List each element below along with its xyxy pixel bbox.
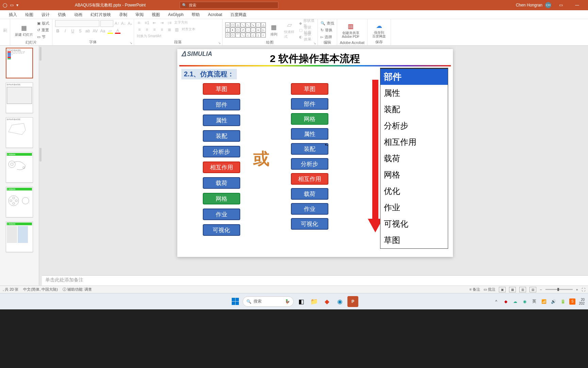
line-spacing-icon[interactable]: ↕≡ (167, 20, 172, 26)
avatar[interactable]: CH (545, 2, 551, 8)
slideshow-view-icon[interactable]: ▤ (529, 287, 536, 292)
wifi-icon[interactable]: 📶 (541, 298, 547, 305)
decrease-font-icon[interactable]: A↓ (121, 21, 126, 26)
font-family-input[interactable] (55, 20, 99, 27)
section-button[interactable]: ▭节 (37, 34, 49, 40)
spacing-icon[interactable]: AV (93, 28, 98, 34)
zoom-out-icon[interactable]: − (540, 288, 542, 292)
reading-view-icon[interactable]: ▥ (519, 287, 526, 292)
thumbnail-4[interactable]: 1 草图绘制 (6, 152, 33, 183)
shape-effects-button[interactable]: ◐形状效果 (299, 34, 315, 40)
thumbnail-5[interactable]: 1 草图绘制 (6, 187, 33, 217)
qat-more-icon[interactable]: ▾ (16, 3, 18, 7)
tray-app2-icon[interactable]: ◉ (522, 298, 528, 305)
edge-icon[interactable]: ◉ (334, 296, 345, 307)
accessibility[interactable]: ⓘ 辅助功能: 调查 (63, 287, 92, 292)
tab-insert[interactable]: 插入 (5, 10, 21, 19)
indent-dec-icon[interactable]: ⇤ (152, 20, 157, 26)
zoom-slider[interactable] (545, 289, 573, 290)
indent-inc-icon[interactable]: ⇥ (159, 20, 165, 26)
explorer-icon[interactable]: 📁 (309, 296, 320, 307)
pane-splitter[interactable] (39, 46, 42, 286)
battery-icon[interactable]: 🔋 (560, 298, 566, 305)
comments-button[interactable]: ▭ 批注 (484, 287, 495, 292)
layout-button[interactable]: ▣版式 (37, 20, 49, 26)
save-baidu-button[interactable]: ☁ 保存到百度网盘 (370, 21, 388, 39)
onedrive-icon[interactable]: ☁ (512, 298, 518, 305)
align-left-icon[interactable]: ≡ (137, 27, 142, 32)
tab-design[interactable]: 设计 (37, 10, 54, 19)
minimize-icon[interactable]: — (570, 3, 584, 7)
arrange-button[interactable]: ▦排列 (268, 22, 280, 37)
bold-icon[interactable]: B (55, 28, 61, 34)
increase-font-icon[interactable]: A↑ (114, 21, 120, 26)
splitter-handle-icon[interactable] (39, 148, 42, 162)
font-size-input[interactable] (100, 20, 113, 27)
select-button[interactable]: ▻选择 (321, 34, 334, 40)
thumbnail-3[interactable]: 软件操作基本流程 (6, 117, 33, 148)
format-painter-icon[interactable]: 刷 (3, 28, 7, 33)
ribbon-display-icon[interactable]: ▭ (554, 3, 568, 7)
justify-icon[interactable]: ≡ (159, 27, 165, 32)
start-button[interactable] (230, 296, 241, 307)
underline-icon[interactable]: U (70, 28, 76, 34)
align-center-icon[interactable]: ≡ (144, 27, 150, 32)
fit-window-icon[interactable]: ⛶ (582, 288, 585, 292)
taskview-icon[interactable]: ◧ (296, 296, 307, 307)
tab-draw[interactable]: 绘图 (21, 10, 37, 19)
search-box[interactable]: 🔍 搜索 (180, 2, 278, 9)
tab-axglyph[interactable]: AxGlyph (164, 10, 187, 19)
ime-icon[interactable]: 英 (531, 298, 537, 305)
thumbnail-1[interactable]: 软件操作基本流程属性 装配 分析步 相互作用 载荷 网格 优化 作业 可视化 草… (6, 48, 33, 78)
normal-view-icon[interactable]: ▣ (499, 287, 506, 292)
draw-launcher-icon[interactable]: ↘ (313, 42, 316, 45)
powerpoint-icon[interactable]: P (347, 296, 358, 307)
chevron-up-icon[interactable]: ^ (493, 298, 499, 305)
para-launcher-icon[interactable]: ↘ (218, 41, 221, 45)
tab-record[interactable]: 录制 (115, 10, 131, 19)
tray-app-icon[interactable]: ◆ (503, 298, 509, 305)
notes-pane[interactable]: 单击此处添加备注 (42, 275, 588, 286)
reset-button[interactable]: ↺重置 (37, 27, 49, 33)
app-icon[interactable]: ◆ (322, 296, 332, 307)
text-direction-button[interactable]: 文字方向 (174, 20, 188, 26)
strike-icon[interactable]: S (78, 28, 83, 34)
tab-view[interactable]: 视图 (148, 10, 164, 19)
find-button[interactable]: 🔍查找 (321, 20, 334, 26)
thumbnail-pane[interactable]: 软件操作基本流程属性 装配 分析步 相互作用 载荷 网格 优化 作业 可视化 草… (0, 46, 39, 286)
clear-format-icon[interactable]: Aₓ (127, 21, 133, 26)
sorter-view-icon[interactable]: ▦ (509, 287, 516, 292)
tab-review[interactable]: 审阅 (131, 10, 148, 19)
tab-acrobat[interactable]: Acrobat (204, 10, 226, 19)
shadow-icon[interactable]: ab (85, 28, 91, 34)
highlight-icon[interactable]: ▱ (108, 28, 113, 34)
shape-gallery[interactable]: ▭▢△＼＼↘○△ {✦⬡↗→↔⇒▷ ⬠⬡⌒＼({}✧ (225, 22, 266, 37)
thumbnail-2[interactable]: 软件操作基本流程 (6, 82, 33, 113)
splitter-handle-icon[interactable] (39, 47, 42, 61)
align-right-icon[interactable]: ≡ (152, 27, 157, 32)
sogou-icon[interactable]: S (569, 298, 575, 305)
font-launcher-icon[interactable]: ↘ (130, 41, 132, 45)
bullets-icon[interactable]: ≡· (137, 20, 142, 26)
language[interactable]: 中文(简体, 中国大陆) (23, 287, 58, 292)
slide[interactable]: ᐃSIMULIA 2 软件操作基本流程 2.1、仿真流程： 草图部件属性装配分析… (177, 49, 453, 257)
taskbar-search[interactable]: 🔍搜索🦆 (243, 296, 294, 307)
replace-button[interactable]: ↻替换 (321, 27, 334, 33)
tab-transitions[interactable]: 切换 (54, 10, 70, 19)
align-text-button[interactable]: 对齐文本 (182, 27, 195, 32)
font-color-icon[interactable]: A (115, 28, 120, 34)
slide-canvas[interactable]: ᐃSIMULIA 2 软件操作基本流程 2.1、仿真流程： 草图部件属性装配分析… (42, 46, 588, 275)
presentation-icon[interactable]: ▭ (10, 3, 14, 7)
tab-baidu[interactable]: 百度网盘 (226, 10, 251, 19)
volume-icon[interactable]: 🔊 (550, 298, 556, 305)
columns-icon[interactable]: ▥ (174, 27, 180, 32)
italic-icon[interactable]: I (63, 28, 68, 34)
numbering-icon[interactable]: ≡1 (144, 20, 150, 26)
smartart-button[interactable]: 转换为 SmartArt (137, 34, 161, 39)
create-share-pdf-button[interactable]: ▥ 创建并共享Adobe PDF (340, 21, 362, 39)
tab-animations[interactable]: 动画 (70, 10, 86, 19)
distribute-icon[interactable]: ≣ (167, 27, 172, 32)
notes-button[interactable]: ≡ 备注 (470, 287, 480, 292)
zoom-in-icon[interactable]: + (576, 288, 578, 292)
clock[interactable]: 20202 (579, 298, 585, 305)
